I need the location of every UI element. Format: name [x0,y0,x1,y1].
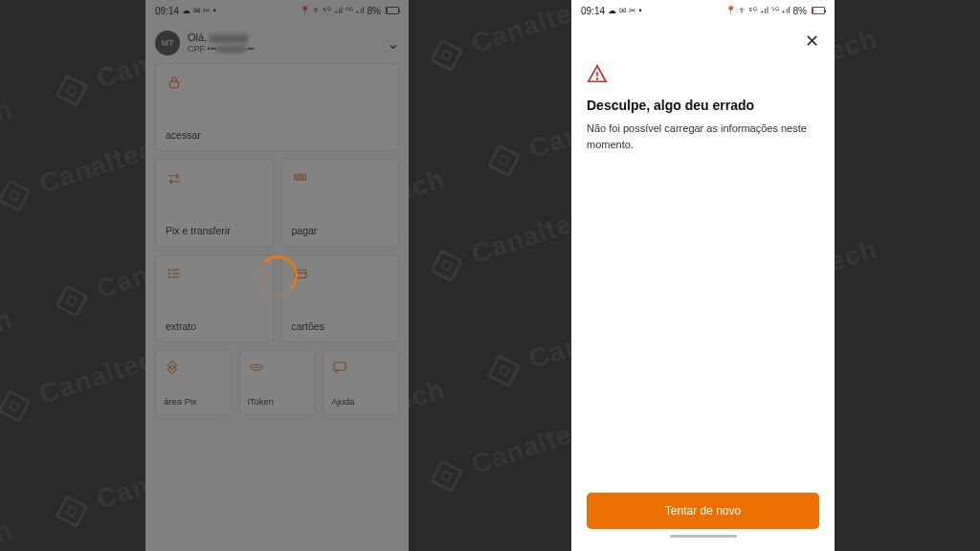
card-acessar[interactable]: acessar [155,63,399,151]
status-time: 09:14 [581,6,605,16]
status-icons-left: ☁ ✉ ✂ • [182,6,216,15]
status-bar: 09:14 ☁ ✉ ✂ • 📍 ᯤ ⁵ᴳ ₊ıl ⁵ᴳ ₊ıl 8% [571,0,835,21]
screenshot-left: 09:14 ☁ ✉ ✂ • 📍 ᯤ ⁵ᴳ ₊ıl ⁵ᴳ ₊ıl 8% MT Ol… [145,0,409,551]
status-icons-right: 📍 ᯤ ⁵ᴳ ₊ıl ⁵ᴳ ₊ıl [300,6,365,15]
list-icon [166,265,183,282]
battery-icon [812,7,825,14]
svg-point-7 [596,78,597,79]
status-battery-pct: 8% [368,6,381,16]
status-battery-pct: 8% [793,6,807,16]
card-label: pagar [292,225,390,236]
retry-button[interactable]: Tentar de novo [587,493,819,529]
card-extrato[interactable]: extrato [155,254,274,342]
close-button[interactable]: ✕ [805,33,819,50]
svg-point-3 [168,276,170,278]
status-time: 09:14 [155,6,179,16]
card-pix-transferir[interactable]: Pix e transferir [155,159,274,247]
lock-icon [166,74,183,91]
loading-spinner [257,255,298,296]
token-icon [248,359,265,376]
greeting-row[interactable]: MT Olá, CPF •••-•• ⌄ [155,27,399,63]
card-pagar[interactable]: pagar [281,159,400,247]
status-bar: 09:14 ☁ ✉ ✂ • 📍 ᯤ ⁵ᴳ ₊ıl ⁵ᴳ ₊ıl 8% [145,0,409,21]
card-ajuda[interactable]: Ajuda [323,350,399,415]
svg-point-1 [168,270,170,272]
card-label: iToken [248,396,307,407]
barcode-icon [292,169,309,187]
chevron-down-icon[interactable]: ⌄ [387,34,399,53]
error-message: Não foi possível carregar as informações… [587,121,819,152]
error-screen: ✕ Desculpe, algo deu errado Não foi poss… [571,21,835,551]
svg-point-2 [168,273,170,275]
battery-icon [386,7,399,14]
chat-icon [331,359,348,376]
card-label: extrato [166,320,263,332]
pix-icon [164,359,181,376]
home-indicator [670,535,737,538]
svg-rect-0 [170,81,179,88]
cpf-text: CPF •••-•• [188,44,379,55]
svg-rect-6 [334,363,345,370]
status-icons-right: 📍 ᯤ ⁵ᴳ ₊ıl ⁵ᴳ ₊ıl [725,6,791,15]
greeting-text: Olá, [188,32,379,44]
card-label: Pix e transferir [166,225,263,236]
error-title: Desculpe, algo deu errado [587,98,819,113]
card-cartoes[interactable]: cartões [281,254,400,342]
card-area-pix[interactable]: área Pix [155,350,232,415]
transfer-icon [166,169,183,187]
status-icons-left: ☁ ✉ ✂ • [608,6,642,15]
card-itoken[interactable]: iToken [239,350,316,415]
card-label: acessar [166,129,389,141]
card-label: Ajuda [331,396,390,407]
avatar[interactable]: MT [155,31,180,55]
screenshot-right: 09:14 ☁ ✉ ✂ • 📍 ᯤ ⁵ᴳ ₊ıl ⁵ᴳ ₊ıl 8% ✕ Des… [571,0,835,551]
warning-icon [587,63,819,86]
card-label: área Pix [164,396,223,407]
card-label: cartões [292,320,390,332]
